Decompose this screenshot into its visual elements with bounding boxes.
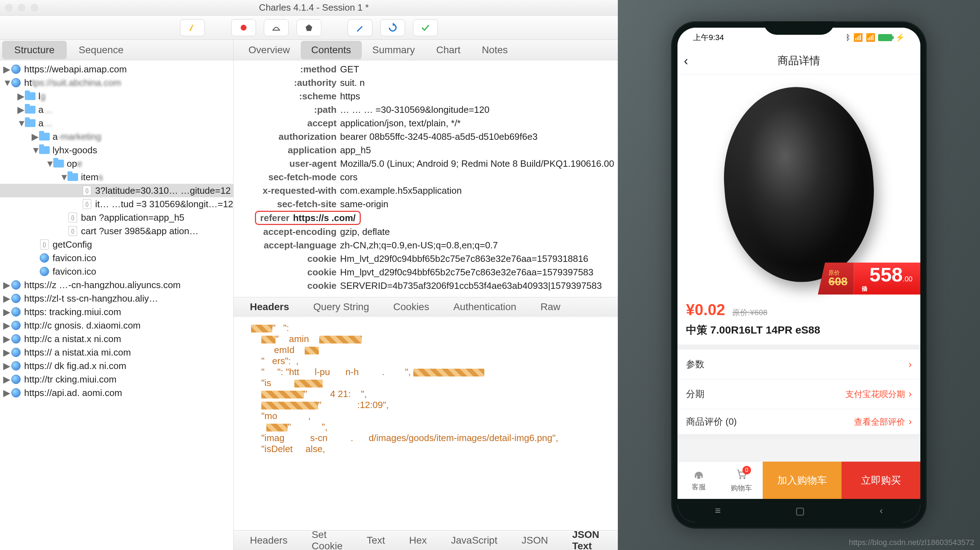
- hkey: cookie: [234, 254, 340, 264]
- tab-cookies[interactable]: Cookies: [381, 298, 441, 315]
- tree-request[interactable]: getConfig: [52, 239, 92, 250]
- request-headers[interactable]: :methodGET :authoritysuit. n :schemehttp…: [234, 60, 655, 297]
- hkey: accept-language: [234, 240, 340, 251]
- hval: GET: [340, 64, 652, 75]
- row-params[interactable]: 参数 ›: [678, 350, 920, 379]
- host-tree[interactable]: ▶https://webapi.amap.com ▼https://suit.a…: [0, 60, 233, 550]
- tree-request[interactable]: favicon.ico: [52, 266, 96, 277]
- tree-folder[interactable]: items: [81, 172, 103, 183]
- file-icon: {}: [68, 226, 77, 236]
- tree-request[interactable]: favicon.ico: [52, 253, 96, 264]
- folder-icon: [53, 160, 64, 168]
- globe-icon: [40, 267, 49, 276]
- price-flag: 原价 608 活动价 558 .00: [818, 263, 920, 295]
- tab-raw[interactable]: Raw: [528, 298, 573, 315]
- hval: SERVERID=4b735af3206f91ccb53f4ae63ab4093…: [340, 281, 652, 291]
- tree-host[interactable]: https://z …-cn-hangzhou.aliyuncs.com: [24, 280, 181, 291]
- recent-apps-icon[interactable]: ≡: [715, 505, 721, 516]
- sweep-button[interactable]: [180, 19, 205, 36]
- glare: [850, 96, 899, 124]
- file-icon: {}: [68, 212, 77, 222]
- confirm-button[interactable]: [413, 19, 438, 36]
- tab-querystring[interactable]: Query String: [301, 298, 381, 315]
- back-icon[interactable]: ‹: [684, 54, 688, 68]
- tree-folder[interactable]: lg: [38, 91, 45, 102]
- tab-contents[interactable]: Contents: [301, 41, 362, 59]
- breakpoints-button[interactable]: [296, 19, 321, 36]
- tree-folder[interactable]: a…: [38, 104, 52, 115]
- file-icon: {}: [40, 239, 49, 249]
- tree-host[interactable]: https://suit.abchina.com: [24, 78, 121, 88]
- tab-resp-json[interactable]: JSON: [509, 532, 560, 549]
- globe-icon: [11, 294, 21, 303]
- tree-host[interactable]: https:// a nistat.xia mi.com: [24, 347, 131, 358]
- svg-point-3: [743, 477, 746, 479]
- hkey: cookie: [234, 267, 340, 278]
- tree-request[interactable]: it… …tud =3 310569&longit…=12: [95, 199, 233, 210]
- tab-auth[interactable]: Authentication: [441, 298, 528, 315]
- tree-folder[interactable]: a-marketing: [52, 131, 101, 142]
- tab-notes[interactable]: Notes: [471, 41, 519, 59]
- tree-request[interactable]: ban ?application=app_h5: [81, 212, 184, 223]
- response-json[interactable]: " ": " amin emId " ers": , " ": "htt l-p…: [234, 317, 655, 530]
- tree-host[interactable]: https: tracking.miui.com: [24, 307, 121, 318]
- toolbar: [0, 16, 618, 40]
- tab-overview[interactable]: Overview: [238, 41, 301, 59]
- tree-request[interactable]: cart ?user 3985&app ation…: [81, 226, 199, 237]
- product-image-area[interactable]: 原价 608 活动价 558 .00: [678, 74, 920, 295]
- hkey: :method: [234, 64, 340, 75]
- right-pane: Overview Contents Summary Chart Notes :m…: [234, 40, 655, 550]
- globe-icon: [11, 361, 21, 371]
- buy-now-button[interactable]: 立即购买: [842, 462, 920, 499]
- tree-folder[interactable]: a…: [38, 118, 52, 129]
- tab-resp-headers[interactable]: Headers: [238, 532, 300, 549]
- tree-host[interactable]: http://c a nistat.x ni.com: [24, 334, 121, 344]
- tree-host[interactable]: https://zl-t ss-cn-hangzhou.aliy…: [24, 293, 158, 304]
- globe-icon: [11, 388, 21, 398]
- left-tabs: Structure Sequence: [0, 40, 233, 60]
- cart-button[interactable]: 0 购物车: [720, 462, 763, 499]
- minimize-window-icon[interactable]: [18, 4, 25, 12]
- globe-icon: [11, 281, 21, 290]
- request-bottom-tabs: Headers Query String Cookies Authenticat…: [234, 297, 655, 317]
- row-reviews[interactable]: 商品评价 (0) 查看全部评价›: [678, 409, 920, 439]
- tree-request[interactable]: 3?latitude=30.310… …gitude=12: [95, 185, 231, 196]
- record-button[interactable]: [231, 19, 256, 36]
- tab-summary[interactable]: Summary: [362, 41, 426, 59]
- back-nav-icon[interactable]: ‹: [880, 505, 883, 516]
- refresh-button[interactable]: [380, 19, 405, 36]
- tab-resp-hex[interactable]: Hex: [397, 532, 439, 549]
- tab-headers[interactable]: Headers: [238, 298, 301, 315]
- tree-host[interactable]: https://webapi.amap.com: [24, 64, 127, 75]
- throttle-button[interactable]: [264, 19, 289, 36]
- tab-sequence[interactable]: Sequence: [67, 41, 136, 59]
- zoom-window-icon[interactable]: [30, 4, 38, 12]
- row-installment[interactable]: 分期 支付宝花呗分期›: [678, 379, 920, 409]
- add-to-cart-button[interactable]: 加入购物车: [763, 462, 842, 499]
- tree-folder[interactable]: lyhx-goods: [52, 145, 97, 156]
- tab-resp-text[interactable]: Text: [355, 532, 397, 549]
- home-icon[interactable]: ▢: [795, 505, 805, 517]
- tree-host[interactable]: http://tr cking.miui.com: [24, 374, 116, 385]
- hkey: application: [234, 145, 340, 156]
- hval: same-origin: [340, 199, 652, 210]
- folder-icon: [39, 146, 50, 154]
- file-icon: {}: [83, 185, 91, 195]
- edit-button[interactable]: [348, 19, 372, 36]
- close-window-icon[interactable]: [5, 4, 13, 12]
- hval: cors: [340, 172, 652, 183]
- tree-host[interactable]: http://c gnosis. d.xiaomi.com: [24, 320, 141, 331]
- tree-host[interactable]: https://api.ad. aomi.com: [24, 387, 122, 398]
- service-button[interactable]: 客服: [678, 462, 720, 499]
- tab-chart[interactable]: Chart: [425, 41, 471, 59]
- android-navbar: ≡ ▢ ‹: [678, 499, 920, 522]
- hkey: x-requested-with: [234, 185, 340, 196]
- tab-structure[interactable]: Structure: [2, 41, 67, 59]
- tree-folder[interactable]: ope: [67, 158, 82, 169]
- phone-notch: [764, 21, 834, 35]
- right-tabs: Overview Contents Summary Chart Notes: [234, 40, 655, 60]
- tree-host[interactable]: https:// dk fig.ad.x ni.com: [24, 360, 126, 371]
- tab-resp-js[interactable]: JavaScript: [439, 532, 509, 549]
- charles-window: Charles 4.1.4 - Session 1 * Structure Se…: [0, 0, 618, 550]
- phone-photo: 上午9:34 ᛒ 📶 📶 ⚡ ‹ 商品详情 原价: [618, 0, 980, 550]
